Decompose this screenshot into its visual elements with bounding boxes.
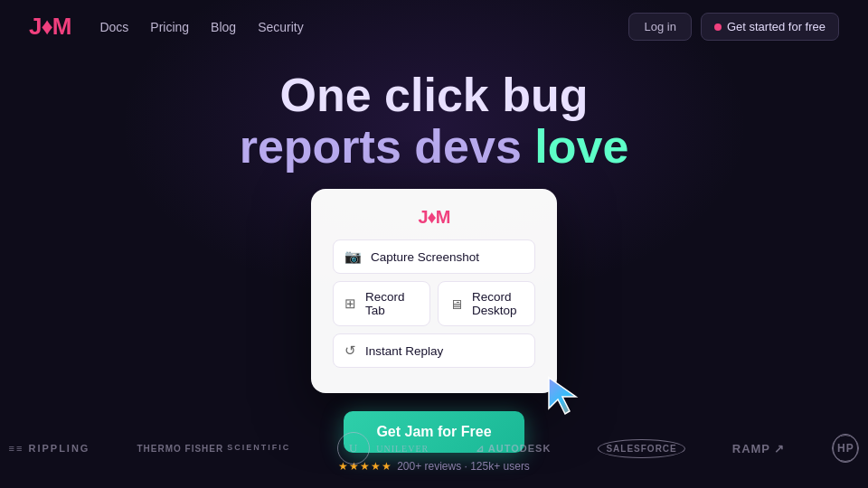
get-started-button[interactable]: Get started for free <box>701 13 839 41</box>
card-item-record-tab[interactable]: ⊞ Record Tab <box>333 281 430 326</box>
replay-icon: ↺ <box>344 343 356 359</box>
card-row-record: ⊞ Record Tab 🖥 Record Desktop <box>333 281 535 326</box>
card-logo: J♦M <box>333 205 535 229</box>
feature-card: J♦M 📷 Capture Screenshot ⊞ Record Tab 🖥 … <box>311 189 557 393</box>
nav-links: Docs Pricing Blog Security <box>99 20 628 34</box>
nav-link-blog[interactable]: Blog <box>211 20 236 34</box>
navbar: J♦M Docs Pricing Blog Security Log in Ge… <box>0 0 868 53</box>
card-logo-text: J♦M <box>419 207 450 227</box>
logo-salesforce: salesforce <box>598 439 684 458</box>
logo[interactable]: J♦M <box>29 13 71 41</box>
logo-autodesk: ⊿ AUTODESK <box>476 443 551 455</box>
record-desktop-icon: 🖥 <box>449 296 463 312</box>
title-love: love <box>534 120 628 173</box>
card-item-instant-replay[interactable]: ↺ Instant Replay <box>333 333 535 368</box>
logo-thermo: Thermo FisherSCIENTIFIC <box>137 443 290 455</box>
nav-link-pricing[interactable]: Pricing <box>150 20 189 34</box>
title-line1: One click bug <box>280 69 589 121</box>
logo-ramp: ramp ↗ <box>732 442 786 455</box>
logo-hp: hp <box>832 435 859 462</box>
title-line2-prefix: reports devs <box>240 120 535 173</box>
hero-section: One click bug reports devs love J♦M 📷 Ca… <box>0 53 868 393</box>
logos-bar: ≡≡ RIPPLING Thermo FisherSCIENTIFIC U Un… <box>0 432 868 465</box>
logo-unilever: U Unilever <box>337 432 429 465</box>
record-tab-icon: ⊞ <box>344 296 356 312</box>
started-label: Get started for free <box>727 20 826 33</box>
logo-text: J♦M <box>29 13 71 41</box>
record-desktop-label: Record Desktop <box>472 290 524 317</box>
nav-actions: Log in Get started for free <box>628 13 839 41</box>
login-button[interactable]: Log in <box>628 13 691 41</box>
camera-icon: 📷 <box>344 249 362 265</box>
nav-link-docs[interactable]: Docs <box>99 20 128 34</box>
screenshot-label: Capture Screenshot <box>371 250 479 264</box>
card-item-record-desktop[interactable]: 🖥 Record Desktop <box>438 281 535 326</box>
started-dot <box>714 23 722 31</box>
nav-link-security[interactable]: Security <box>258 20 304 34</box>
instant-replay-label: Instant Replay <box>365 344 443 358</box>
hero-title: One click bug reports devs love <box>240 70 629 173</box>
logo-rippling: ≡≡ RIPPLING <box>9 443 90 454</box>
record-tab-label: Record Tab <box>365 290 419 317</box>
card-item-screenshot[interactable]: 📷 Capture Screenshot <box>333 239 535 274</box>
